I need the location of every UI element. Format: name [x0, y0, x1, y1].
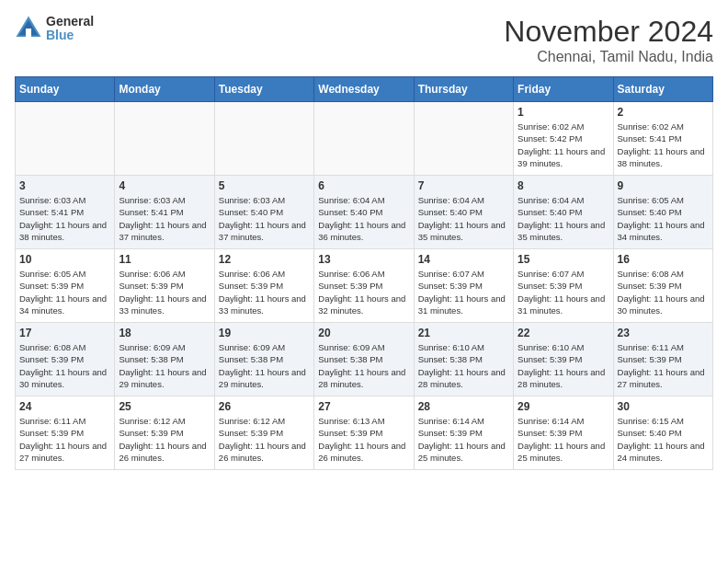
- calendar-cell: 15Sunrise: 6:07 AM Sunset: 5:39 PM Dayli…: [514, 249, 613, 323]
- day-info: Sunrise: 6:03 AM Sunset: 5:41 PM Dayligh…: [19, 194, 110, 243]
- day-number: 20: [318, 327, 409, 339]
- header: General Blue November 2024 Chennai, Tami…: [15, 15, 713, 65]
- day-number: 9: [618, 179, 709, 192]
- calendar-cell: 4Sunrise: 6:03 AM Sunset: 5:41 PM Daylig…: [115, 176, 214, 249]
- day-info: Sunrise: 6:10 AM Sunset: 5:38 PM Dayligh…: [418, 341, 509, 390]
- page-subtitle: Chennai, Tamil Nadu, India: [504, 49, 713, 65]
- day-info: Sunrise: 6:06 AM Sunset: 5:39 PM Dayligh…: [318, 268, 409, 316]
- day-number: 2: [618, 106, 709, 119]
- day-info: Sunrise: 6:05 AM Sunset: 5:40 PM Dayligh…: [618, 194, 709, 243]
- day-info: Sunrise: 6:09 AM Sunset: 5:38 PM Dayligh…: [318, 341, 409, 390]
- day-info: Sunrise: 6:13 AM Sunset: 5:39 PM Dayligh…: [318, 415, 409, 464]
- day-info: Sunrise: 6:08 AM Sunset: 5:39 PM Dayligh…: [19, 341, 110, 390]
- day-number: 1: [518, 106, 609, 119]
- day-info: Sunrise: 6:12 AM Sunset: 5:39 PM Dayligh…: [219, 415, 310, 464]
- calendar-cell: 10Sunrise: 6:05 AM Sunset: 5:39 PM Dayli…: [16, 249, 115, 323]
- day-number: 25: [119, 400, 210, 413]
- day-number: 14: [418, 253, 509, 266]
- day-number: 22: [518, 327, 609, 339]
- day-info: Sunrise: 6:10 AM Sunset: 5:39 PM Dayligh…: [518, 341, 609, 390]
- day-info: Sunrise: 6:02 AM Sunset: 5:41 PM Dayligh…: [618, 121, 709, 169]
- day-number: 10: [19, 253, 110, 266]
- day-info: Sunrise: 6:09 AM Sunset: 5:38 PM Dayligh…: [119, 341, 210, 390]
- calendar-cell: 25Sunrise: 6:12 AM Sunset: 5:39 PM Dayli…: [115, 396, 214, 470]
- day-info: Sunrise: 6:04 AM Sunset: 5:40 PM Dayligh…: [318, 194, 409, 243]
- day-number: 29: [518, 400, 609, 413]
- day-number: 21: [418, 327, 509, 339]
- calendar-cell: 11Sunrise: 6:06 AM Sunset: 5:39 PM Dayli…: [115, 249, 214, 323]
- day-info: Sunrise: 6:04 AM Sunset: 5:40 PM Dayligh…: [518, 194, 609, 243]
- calendar-cell: 21Sunrise: 6:10 AM Sunset: 5:38 PM Dayli…: [414, 323, 513, 396]
- calendar-cell: 20Sunrise: 6:09 AM Sunset: 5:38 PM Dayli…: [314, 323, 414, 396]
- day-number: 17: [19, 327, 110, 339]
- day-number: 13: [318, 253, 409, 266]
- day-number: 24: [19, 400, 110, 413]
- calendar-cell: 7Sunrise: 6:04 AM Sunset: 5:40 PM Daylig…: [414, 176, 513, 249]
- calendar-cell: 5Sunrise: 6:03 AM Sunset: 5:40 PM Daylig…: [214, 176, 313, 249]
- day-info: Sunrise: 6:06 AM Sunset: 5:39 PM Dayligh…: [219, 268, 310, 316]
- calendar-cell: 23Sunrise: 6:11 AM Sunset: 5:39 PM Dayli…: [613, 323, 712, 396]
- calendar-cell: [414, 102, 513, 176]
- calendar-cell: [16, 102, 115, 176]
- day-info: Sunrise: 6:02 AM Sunset: 5:42 PM Dayligh…: [518, 121, 609, 169]
- day-info: Sunrise: 6:11 AM Sunset: 5:39 PM Dayligh…: [618, 341, 709, 390]
- calendar-cell: 16Sunrise: 6:08 AM Sunset: 5:39 PM Dayli…: [613, 249, 712, 323]
- weekday-header: Wednesday: [314, 77, 414, 102]
- svg-rect-2: [26, 29, 31, 37]
- calendar-row: 17Sunrise: 6:08 AM Sunset: 5:39 PM Dayli…: [16, 323, 713, 396]
- day-number: 27: [318, 400, 409, 413]
- calendar-cell: 3Sunrise: 6:03 AM Sunset: 5:41 PM Daylig…: [16, 176, 115, 249]
- day-number: 28: [418, 400, 509, 413]
- calendar-cell: 6Sunrise: 6:04 AM Sunset: 5:40 PM Daylig…: [314, 176, 414, 249]
- calendar-cell: 18Sunrise: 6:09 AM Sunset: 5:38 PM Dayli…: [115, 323, 214, 396]
- calendar-cell: 2Sunrise: 6:02 AM Sunset: 5:41 PM Daylig…: [613, 102, 712, 176]
- day-info: Sunrise: 6:06 AM Sunset: 5:39 PM Dayligh…: [119, 268, 210, 316]
- weekday-header: Friday: [514, 77, 613, 102]
- calendar-cell: 30Sunrise: 6:15 AM Sunset: 5:40 PM Dayli…: [613, 396, 712, 470]
- day-info: Sunrise: 6:14 AM Sunset: 5:39 PM Dayligh…: [518, 415, 609, 464]
- page-title: November 2024: [504, 15, 713, 49]
- day-info: Sunrise: 6:07 AM Sunset: 5:39 PM Dayligh…: [418, 268, 509, 316]
- day-number: 16: [618, 253, 709, 266]
- logo: General Blue: [15, 15, 94, 43]
- day-number: 4: [119, 179, 210, 192]
- day-number: 8: [518, 179, 609, 192]
- calendar-body: 1Sunrise: 6:02 AM Sunset: 5:42 PM Daylig…: [16, 102, 713, 470]
- day-number: 18: [119, 327, 210, 339]
- day-info: Sunrise: 6:12 AM Sunset: 5:39 PM Dayligh…: [119, 415, 210, 464]
- calendar-cell: 13Sunrise: 6:06 AM Sunset: 5:39 PM Dayli…: [314, 249, 414, 323]
- day-info: Sunrise: 6:07 AM Sunset: 5:39 PM Dayligh…: [518, 268, 609, 316]
- calendar-cell: 1Sunrise: 6:02 AM Sunset: 5:42 PM Daylig…: [514, 102, 613, 176]
- weekday-header: Thursday: [414, 77, 513, 102]
- day-info: Sunrise: 6:03 AM Sunset: 5:41 PM Dayligh…: [119, 194, 210, 243]
- weekday-header: Saturday: [613, 77, 712, 102]
- day-info: Sunrise: 6:09 AM Sunset: 5:38 PM Dayligh…: [219, 341, 310, 390]
- calendar-cell: [214, 102, 313, 176]
- calendar-cell: 29Sunrise: 6:14 AM Sunset: 5:39 PM Dayli…: [514, 396, 613, 470]
- logo-icon: [15, 15, 42, 42]
- calendar-table: SundayMondayTuesdayWednesdayThursdayFrid…: [15, 76, 713, 470]
- day-number: 7: [418, 179, 509, 192]
- day-info: Sunrise: 6:11 AM Sunset: 5:39 PM Dayligh…: [19, 415, 110, 464]
- day-number: 12: [219, 253, 310, 266]
- calendar-cell: 12Sunrise: 6:06 AM Sunset: 5:39 PM Dayli…: [214, 249, 313, 323]
- day-info: Sunrise: 6:08 AM Sunset: 5:39 PM Dayligh…: [618, 268, 709, 316]
- calendar-row: 10Sunrise: 6:05 AM Sunset: 5:39 PM Dayli…: [16, 249, 713, 323]
- day-info: Sunrise: 6:15 AM Sunset: 5:40 PM Dayligh…: [618, 415, 709, 464]
- day-number: 5: [219, 179, 310, 192]
- calendar-cell: [115, 102, 214, 176]
- day-number: 19: [219, 327, 310, 339]
- calendar-cell: 26Sunrise: 6:12 AM Sunset: 5:39 PM Dayli…: [214, 396, 313, 470]
- calendar-cell: 27Sunrise: 6:13 AM Sunset: 5:39 PM Dayli…: [314, 396, 414, 470]
- weekday-header: Tuesday: [214, 77, 313, 102]
- calendar-cell: 22Sunrise: 6:10 AM Sunset: 5:39 PM Dayli…: [514, 323, 613, 396]
- calendar-cell: 19Sunrise: 6:09 AM Sunset: 5:38 PM Dayli…: [214, 323, 313, 396]
- calendar-cell: 24Sunrise: 6:11 AM Sunset: 5:39 PM Dayli…: [16, 396, 115, 470]
- day-number: 6: [318, 179, 409, 192]
- day-number: 30: [618, 400, 709, 413]
- day-info: Sunrise: 6:05 AM Sunset: 5:39 PM Dayligh…: [19, 268, 110, 316]
- calendar-cell: [314, 102, 414, 176]
- calendar-cell: 9Sunrise: 6:05 AM Sunset: 5:40 PM Daylig…: [613, 176, 712, 249]
- day-number: 23: [618, 327, 709, 339]
- calendar-row: 24Sunrise: 6:11 AM Sunset: 5:39 PM Dayli…: [16, 396, 713, 470]
